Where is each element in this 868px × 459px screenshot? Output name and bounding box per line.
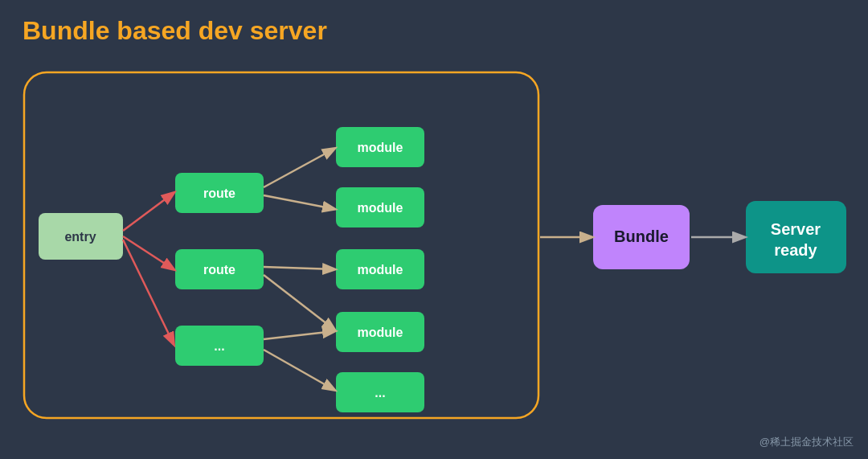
svg-line-17	[264, 275, 334, 330]
svg-line-14	[264, 149, 334, 187]
svg-rect-2	[175, 249, 264, 289]
module2-label: module	[358, 201, 403, 215]
svg-line-16	[264, 267, 334, 269]
svg-line-11	[123, 193, 174, 231]
module4-label: module	[358, 326, 403, 339]
svg-line-19	[264, 350, 334, 390]
route3-label: ...	[214, 339, 224, 353]
page-title: Bundle based dev server	[23, 16, 327, 46]
svg-rect-10	[746, 201, 846, 273]
svg-line-18	[264, 331, 334, 339]
svg-rect-6	[336, 249, 424, 289]
server-ready-label2: ready	[774, 241, 817, 259]
module3-label: module	[358, 263, 403, 277]
bundle-label: Bundle	[614, 227, 669, 245]
svg-line-12	[123, 236, 174, 269]
watermark: @稀土掘金技术社区	[760, 435, 854, 449]
route2-label: route	[203, 263, 235, 277]
svg-rect-3	[175, 326, 264, 366]
svg-line-13	[123, 240, 174, 344]
module1-label: module	[358, 141, 403, 154]
svg-rect-1	[175, 173, 264, 213]
svg-rect-9	[593, 205, 690, 269]
route1-label: route	[203, 186, 235, 200]
svg-rect-8	[336, 372, 424, 412]
svg-rect-0	[39, 213, 123, 260]
diagram-svg: entry route route ... module module modu…	[14, 56, 854, 427]
svg-rect-5	[336, 187, 424, 227]
entry-label: entry	[64, 230, 96, 244]
module5-label: ...	[375, 386, 385, 400]
svg-line-15	[264, 195, 334, 209]
svg-rect-7	[336, 312, 424, 352]
svg-rect-4	[336, 127, 424, 167]
server-ready-label: Server	[771, 220, 821, 238]
bundle-box	[24, 72, 538, 418]
